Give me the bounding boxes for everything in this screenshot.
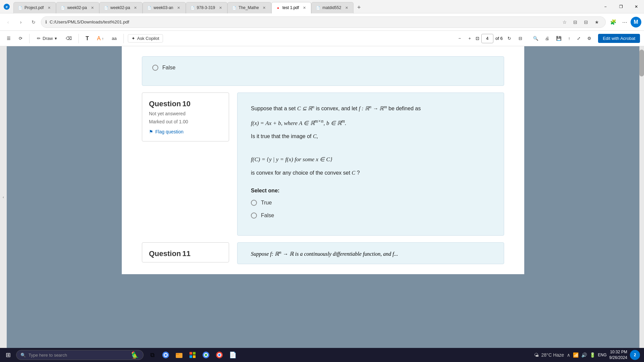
close-button[interactable]: ✕: [629, 0, 644, 13]
radio-true[interactable]: [251, 200, 257, 206]
start-button[interactable]: ⊞: [0, 348, 16, 362]
tab-close-week02b[interactable]: ✕: [133, 5, 138, 10]
minimize-button[interactable]: −: [598, 0, 613, 13]
question-11-value: 11: [182, 249, 191, 258]
pdf-search-button[interactable]: 🔍: [530, 35, 541, 42]
volume-icon[interactable]: 🔊: [581, 352, 587, 358]
notif-count: 2: [634, 353, 636, 357]
chrome-app-2[interactable]: [200, 349, 212, 361]
sys-tray-icons: ∧ 📶 🔊 🔋: [567, 352, 595, 358]
zoom-out-button[interactable]: −: [456, 35, 464, 42]
notification-button[interactable]: 2: [630, 350, 640, 360]
print-icon: 🖨: [545, 36, 549, 41]
tab-week02b[interactable]: 📄 week02-pa ✕: [99, 2, 143, 13]
fullscreen-button[interactable]: ⤢: [574, 35, 583, 42]
radio-false[interactable]: [251, 213, 257, 219]
eraser-button[interactable]: ⌫: [63, 35, 74, 42]
tab-matdid[interactable]: 📄 matdid552 ✕: [311, 2, 354, 13]
tab-close-978[interactable]: ✕: [218, 5, 223, 10]
tab-close-matdid[interactable]: ✕: [344, 5, 349, 10]
tab-978[interactable]: 📄 978-3-319 ✕: [186, 2, 228, 13]
extensions-button[interactable]: 🧩: [608, 17, 619, 27]
restore-button[interactable]: ❐: [613, 0, 629, 13]
tab-close-week03[interactable]: ✕: [176, 5, 181, 10]
tab-label-978: 978-3-319: [197, 5, 215, 10]
q10-math-C: C,: [313, 133, 318, 139]
forward-button[interactable]: ›: [15, 17, 26, 27]
question-label: Question: [149, 100, 181, 108]
tab-week02a[interactable]: 📄 week02-pa ✕: [56, 2, 99, 13]
vertical-scrollbar[interactable]: [639, 46, 644, 348]
aa-button[interactable]: aa: [109, 35, 119, 42]
question-11-partial: Suppose f: ℝn → ℝ is a continuously diff…: [251, 251, 398, 257]
pdf-right-tools: 🔍 🖨 💾 ↑ ⤢ ⚙ Edit with Acrobat: [530, 34, 640, 43]
svg-point-13: [205, 354, 207, 356]
answer-true-option[interactable]: True: [251, 200, 490, 206]
tab-close-math[interactable]: ✕: [262, 5, 267, 10]
highlight-button[interactable]: A ↑: [94, 34, 106, 43]
browser-icon: e: [0, 0, 13, 13]
draw-button[interactable]: ✏ Draw ▾: [34, 35, 60, 42]
file-explorer-app[interactable]: [173, 349, 185, 361]
sidebar-toggle-button[interactable]: ☰: [4, 35, 13, 42]
scrollbar-thumb[interactable]: [639, 50, 644, 76]
zoom-out-icon: −: [459, 36, 461, 41]
answer-false-option[interactable]: False: [251, 213, 490, 219]
taskbar-search-icon: 🔍: [20, 353, 26, 358]
svg-rect-8: [193, 352, 196, 355]
scroll-left-button[interactable]: ‹: [0, 46, 7, 348]
edit-acrobat-button[interactable]: Edit with Acrobat: [598, 34, 640, 43]
question-10-mark: Marked out of 1.00: [149, 119, 222, 124]
battery-icon[interactable]: 🔋: [590, 352, 595, 358]
question-11-sidebar: Question 11: [142, 242, 229, 262]
flag-question-button[interactable]: ⚑ Flag question: [149, 129, 222, 134]
radio-false-prev[interactable]: [152, 65, 158, 71]
tab-project[interactable]: 📄 Project.pdf ✕: [13, 2, 56, 13]
favorites-button[interactable]: ★: [592, 17, 601, 27]
bookmark-button[interactable]: ☆: [560, 17, 569, 27]
titlebar-left: e: [0, 0, 13, 13]
address-bar[interactable]: ℹ C:/Users/PMLS/Downloads/test%201.pdf ☆…: [41, 16, 606, 28]
pdf-viewer-area: False Question 10 Not yet answered Marke…: [7, 46, 639, 348]
task-view-button[interactable]: ⧉: [146, 349, 158, 361]
rotate-view-button[interactable]: ↻: [505, 35, 514, 42]
split-screen-button[interactable]: ⊟: [581, 17, 591, 27]
ms-store-app[interactable]: [186, 349, 199, 361]
print-button[interactable]: 🖨: [542, 35, 552, 42]
page-number-input[interactable]: [481, 34, 493, 43]
two-page-button[interactable]: ⊟: [516, 35, 525, 42]
pdf-settings-button[interactable]: ⚙: [585, 35, 594, 42]
tab-close-week02a[interactable]: ✕: [90, 5, 95, 10]
chrome-app-1[interactable]: [160, 349, 172, 361]
tab-favicon-week02b: 📄: [104, 5, 108, 10]
pdf-search-icon: 🔍: [533, 36, 538, 41]
reading-view-button[interactable]: ⊟: [571, 17, 580, 27]
zoom-in-button[interactable]: +: [466, 35, 474, 42]
back-button[interactable]: ‹: [3, 17, 13, 27]
tab-label-week02b: week02-pa: [110, 5, 130, 10]
ask-copilot-button[interactable]: ✦ Ask Copilot: [128, 34, 163, 43]
text-tool-button[interactable]: T: [83, 34, 92, 43]
tab-test1[interactable]: ● test 1.pdf ✕: [271, 2, 311, 13]
taskbar-apps: ⧉ 📄: [146, 349, 239, 361]
new-tab-button[interactable]: +: [354, 2, 364, 13]
tab-close-project[interactable]: ✕: [46, 5, 52, 10]
tab-math[interactable]: 📄 The_Mathe ✕: [227, 2, 271, 13]
copilot-button[interactable]: M: [631, 17, 641, 27]
ask-copilot-label: Ask Copilot: [137, 36, 159, 41]
expand-tray-icon[interactable]: ∧: [567, 352, 570, 358]
tab-close-test1[interactable]: ✕: [302, 5, 307, 10]
answer-false-option-prev[interactable]: False: [152, 65, 175, 71]
more-tools-button[interactable]: ⋯: [619, 17, 630, 27]
tab-week03[interactable]: 📄 week03-an ✕: [143, 2, 186, 13]
chrome-app-3[interactable]: [213, 349, 225, 361]
rotate-button[interactable]: ⟳: [16, 35, 25, 42]
taskbar-search[interactable]: 🔍 Type here to search 🦜: [16, 350, 144, 360]
document-app[interactable]: 📄: [227, 349, 239, 361]
svg-rect-7: [190, 352, 192, 355]
share-button[interactable]: ↑: [566, 35, 573, 42]
tab-favicon-matdid: 📄: [316, 5, 320, 10]
save-button[interactable]: 💾: [553, 35, 564, 42]
refresh-button[interactable]: ↻: [28, 17, 39, 27]
network-icon[interactable]: 📶: [573, 352, 579, 358]
